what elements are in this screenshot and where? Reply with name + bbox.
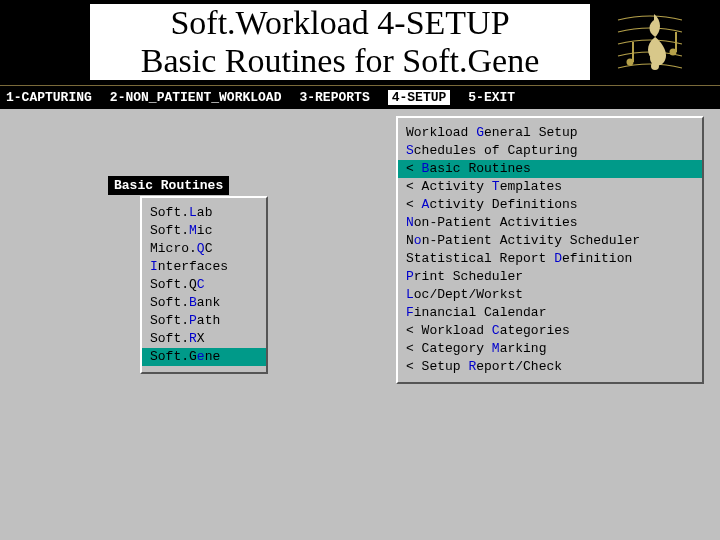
- setup-menu-item-hotkey: L: [406, 287, 414, 302]
- setup-menu-item-3[interactable]: < Activity Templates: [406, 178, 694, 196]
- setup-menu-item-4[interactable]: < Activity Definitions: [406, 196, 694, 214]
- setup-menu-item-11[interactable]: < Workload Categories: [406, 322, 694, 340]
- setup-menu-item-hotkey: S: [406, 143, 414, 158]
- setup-menu-item-post: asic Routines: [429, 161, 530, 176]
- submenu-item-pre: Soft.: [150, 205, 189, 220]
- music-staff-logo-icon: [610, 2, 690, 82]
- setup-menu-item-pre: N: [406, 233, 414, 248]
- title-line1: Soft.Workload 4-SETUP: [90, 4, 590, 42]
- setup-menu-item-hotkey: M: [492, 341, 500, 356]
- svg-point-1: [651, 62, 659, 70]
- setup-menu-item-13[interactable]: < Setup Report/Check: [406, 358, 694, 376]
- setup-menu-item-1[interactable]: Schedules of Capturing: [406, 142, 694, 160]
- setup-menu-item-0[interactable]: Workload General Setup: [406, 124, 694, 142]
- submenu-item-hotkey: Q: [197, 241, 205, 256]
- submenu-item-1[interactable]: Soft.Mic: [150, 222, 258, 240]
- title-line2: Basic Routines for Soft.Gene: [90, 42, 590, 80]
- submenu-item-2[interactable]: Micro.QC: [150, 240, 258, 258]
- submenu-item-post: ath: [197, 313, 220, 328]
- setup-menu-item-7[interactable]: Statistical Report Definition: [406, 250, 694, 268]
- text-cursor: [220, 350, 229, 364]
- slide-title-bar: Soft.Workload 4-SETUP Basic Routines for…: [0, 0, 720, 86]
- setup-menu-item-pre: < Setup: [406, 359, 468, 374]
- setup-menu-item-hotkey: o: [414, 233, 422, 248]
- submenu-item-post: nterfaces: [158, 259, 228, 274]
- setup-menu-item-post: on-Patient Activities: [414, 215, 578, 230]
- setup-menu-item-post: n-Patient Activity Scheduler: [422, 233, 640, 248]
- submenu-item-5[interactable]: Soft.Bank: [150, 294, 258, 312]
- submenu-item-post: ab: [197, 205, 213, 220]
- setup-menu-item-pre: < Category: [406, 341, 492, 356]
- setup-menu-item-pre: <: [406, 161, 422, 176]
- setup-menu-item-hotkey: C: [492, 323, 500, 338]
- submenu-item-post: ank: [197, 295, 220, 310]
- slide-title: Soft.Workload 4-SETUP Basic Routines for…: [90, 4, 590, 80]
- setup-menu-item-hotkey: P: [406, 269, 414, 284]
- setup-menu-item-post: rint Scheduler: [414, 269, 523, 284]
- setup-menu-item-hotkey: G: [476, 125, 484, 140]
- setup-menu-item-post: eport/Check: [476, 359, 562, 374]
- setup-menu-item-post: ategories: [500, 323, 570, 338]
- setup-menu-item-pre: < Activity: [406, 179, 492, 194]
- terminal-screen: 1-CAPTURING2-NON_PATIENT_WORKLOAD3-REPOR…: [0, 86, 720, 540]
- submenu-item-6[interactable]: Soft.Path: [150, 312, 258, 330]
- setup-menu-item-6[interactable]: Non-Patient Activity Scheduler: [406, 232, 694, 250]
- setup-menu-item-post: chedules of Capturing: [414, 143, 578, 158]
- submenu-item-0[interactable]: Soft.Lab: [150, 204, 258, 222]
- setup-menu-item-post: emplates: [500, 179, 562, 194]
- setup-menu-item-post: efinition: [562, 251, 632, 266]
- menu-item-5-exit[interactable]: 5-EXIT: [468, 90, 515, 105]
- setup-menu-item-pre: < Workload: [406, 323, 492, 338]
- submenu-item-pre: Soft.: [150, 223, 189, 238]
- setup-menu-item-pre: Workload: [406, 125, 476, 140]
- submenu-title: Basic Routines: [108, 176, 229, 195]
- submenu-item-post: ne: [205, 349, 221, 364]
- submenu-item-hotkey: C: [197, 277, 205, 292]
- submenu-item-hotkey: M: [189, 223, 197, 238]
- submenu-item-hotkey: I: [150, 259, 158, 274]
- submenu-item-hotkey: e: [197, 349, 205, 364]
- submenu-item-3[interactable]: Interfaces: [150, 258, 258, 276]
- submenu-item-4[interactable]: Soft.QC: [150, 276, 258, 294]
- setup-menu-item-post: inancial Calendar: [414, 305, 547, 320]
- menu-item-2-non-patient-workload[interactable]: 2-NON_PATIENT_WORKLOAD: [110, 90, 282, 105]
- submenu-item-pre: Soft.Q: [150, 277, 197, 292]
- submenu-item-hotkey: L: [189, 205, 197, 220]
- setup-menu-item-12[interactable]: < Category Marking: [406, 340, 694, 358]
- submenu-item-hotkey: B: [189, 295, 197, 310]
- setup-menu-item-pre: <: [406, 197, 422, 212]
- svg-rect-3: [632, 42, 634, 62]
- setup-menu-item-5[interactable]: Non-Patient Activities: [406, 214, 694, 232]
- setup-menu-item-post: ctivity Definitions: [429, 197, 577, 212]
- setup-menu-item-post: arking: [500, 341, 547, 356]
- setup-menu-item-post: oc/Dept/Workst: [414, 287, 523, 302]
- setup-menu-item-pre: Statistical Report: [406, 251, 554, 266]
- setup-menu-item-hotkey: N: [406, 215, 414, 230]
- menu-item-1-capturing[interactable]: 1-CAPTURING: [6, 90, 92, 105]
- setup-menu-item-10[interactable]: Financial Calendar: [406, 304, 694, 322]
- submenu-item-pre: Soft.: [150, 295, 189, 310]
- submenu-item-post: ic: [197, 223, 213, 238]
- svg-rect-5: [675, 32, 677, 52]
- submenu-item-8[interactable]: Soft.Gene: [142, 348, 266, 366]
- submenu-item-pre: Soft.G: [150, 349, 197, 364]
- submenu-item-7[interactable]: Soft.RX: [150, 330, 258, 348]
- setup-menu-item-post: eneral Setup: [484, 125, 578, 140]
- svg-rect-0: [610, 2, 690, 82]
- menu-item-4-setup[interactable]: 4-SETUP: [388, 90, 451, 105]
- setup-dropdown-menu: Workload General SetupSchedules of Captu…: [396, 116, 704, 384]
- submenu-item-post: X: [197, 331, 205, 346]
- setup-menu-item-hotkey: F: [406, 305, 414, 320]
- submenu-item-pre: Soft.: [150, 331, 189, 346]
- basic-routines-submenu: Soft.LabSoft.MicMicro.QCInterfacesSoft.Q…: [140, 196, 268, 374]
- submenu-item-hotkey: R: [189, 331, 197, 346]
- submenu-item-pre: Soft.: [150, 313, 189, 328]
- setup-menu-item-8[interactable]: Print Scheduler: [406, 268, 694, 286]
- main-menu-bar: 1-CAPTURING2-NON_PATIENT_WORKLOAD3-REPOR…: [0, 86, 720, 109]
- setup-menu-item-hotkey: D: [554, 251, 562, 266]
- setup-menu-item-hotkey: T: [492, 179, 500, 194]
- menu-item-3-reports[interactable]: 3-REPORTS: [299, 90, 369, 105]
- setup-menu-item-2[interactable]: < Basic Routines: [398, 160, 702, 178]
- submenu-item-pre: Micro.: [150, 241, 197, 256]
- setup-menu-item-9[interactable]: Loc/Dept/Workst: [406, 286, 694, 304]
